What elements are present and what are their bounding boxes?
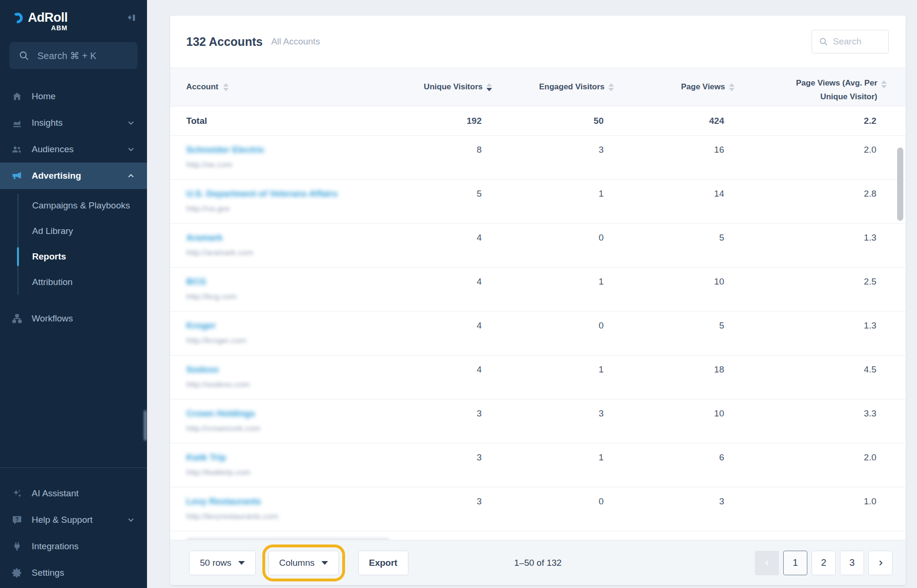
page-buttons: 1 2 3 [783,551,864,575]
table-row: U.S. Department of Veterans Affairs http… [170,180,906,224]
account-link[interactable]: Aramark [186,233,223,243]
table-row: Aramark http://aramark.com 4 0 5 1.3 [170,224,906,268]
account-cell: BCG http://bcg.com [170,277,393,302]
account-url: http://se.com [186,160,393,170]
sort-icon [729,83,735,91]
column-header-page-views[interactable]: Page Views [633,82,753,92]
table-scrollbar-thumb[interactable] [897,147,903,221]
sidebar-scroll-handle[interactable] [144,410,147,441]
page-views-value: 14 [633,189,753,199]
engaged-visitors-value: 1 [511,452,633,463]
next-page-button[interactable] [868,551,892,575]
unique-visitors-value: 4 [393,233,511,243]
table-row: Kwik Trip http://kwiktrip.com 3 1 6 2.0 [170,443,906,487]
pagination: 1 2 3 [755,551,892,575]
column-header-account[interactable]: Account [170,82,393,92]
logo-row: AdRoll ABM [0,0,147,32]
adroll-logo: AdRoll ABM [10,10,68,32]
account-link[interactable]: Sodexo [186,364,219,375]
advertising-submenu: Campaigns & Playbooks Ad Library Reports… [0,189,147,300]
account-url: http://kwiktrip.com [186,468,393,477]
workflows-icon [11,313,23,324]
column-header-engaged-visitors[interactable]: Engaged Visitors [511,82,633,92]
previous-page-button[interactable] [755,551,779,575]
submenu-item-label: Reports [32,251,66,262]
page-number-button[interactable]: 3 [840,551,864,575]
page-number-button[interactable]: 2 [812,551,836,575]
gear-icon [11,567,23,579]
account-link[interactable]: Kwik Trip [186,452,226,463]
table-row: Kroger http://kroger.com 4 0 5 1.3 [170,311,906,355]
sidebar-item-help-support[interactable]: ? Help & Support [0,507,147,533]
help-bubble-icon: ? [11,514,23,526]
home-icon [11,91,23,102]
brand-sub-label: ABM [51,24,68,32]
sort-icon [881,80,887,88]
rows-per-page-button[interactable]: 50 rows [189,551,256,575]
avg-page-views-value: 3.3 [753,408,906,419]
avg-page-views-value: 1.0 [753,496,906,507]
table-search-input[interactable] [833,36,880,47]
caret-down-icon [238,561,245,565]
submenu-item-ad-library[interactable]: Ad Library [0,218,147,244]
sidebar-nav: Home Insights Audiences Advertising [0,83,147,332]
column-header-unique-visitors[interactable]: Unique Visitors [393,82,511,92]
sidebar: AdRoll ABM Search ⌘ + K Home Insights [0,0,147,588]
table-search-box[interactable] [812,30,889,53]
caret-down-icon [321,561,328,565]
svg-text:?: ? [15,516,18,523]
sidebar-item-integrations[interactable]: Integrations [0,533,147,560]
sidebar-item-label: AI Assistant [32,488,78,499]
table-row: BCG http://bcg.com 4 1 10 2.5 [170,268,906,311]
unique-visitors-value: 5 [393,189,511,199]
sidebar-search-input[interactable]: Search ⌘ + K [9,42,138,69]
account-link[interactable]: U.S. Department of Veterans Affairs [186,189,337,199]
avg-page-views-value: 1.3 [753,233,906,243]
table-body: Total 192 50 424 2.2 Schneider Electric … [170,106,906,540]
collapse-sidebar-icon[interactable] [125,12,137,24]
search-icon [819,37,828,46]
advertising-megaphone-icon [11,170,23,182]
submenu-item-label: Campaigns & Playbooks [32,200,130,211]
unique-visitors-value: 4 [393,277,511,287]
sidebar-item-settings[interactable]: Settings [0,560,147,586]
sort-icon [223,83,229,91]
total-unique-visitors: 192 [393,116,511,126]
engaged-visitors-value: 3 [511,408,633,419]
account-cell: Sodexo http://sodexo.com [170,364,393,389]
pagination-range-text: 1–50 of 132 [514,558,562,568]
sidebar-item-insights[interactable]: Insights [0,110,147,136]
page-views-value: 3 [633,496,753,507]
table-row: Crown Holdings http://crowncork.com 3 3 … [170,399,906,443]
account-link[interactable]: BCG [186,277,206,287]
engaged-visitors-value: 1 [511,189,633,199]
page-views-value: 18 [633,364,753,375]
account-link[interactable]: Schneider Electric [186,145,265,155]
engaged-visitors-value: 0 [511,233,633,243]
audiences-people-icon [11,144,23,155]
unique-visitors-value: 4 [393,364,511,375]
page-number-button[interactable]: 1 [783,551,807,575]
column-header-avg-page-views[interactable]: Page Views (Avg. Per Unique Visitor) [753,70,906,104]
sidebar-item-audiences[interactable]: Audiences [0,136,147,163]
avg-page-views-value: 2.0 [753,145,906,155]
export-button[interactable]: Export [358,551,408,575]
sidebar-item-ai-assistant[interactable]: AI Assistant [0,480,147,507]
account-link[interactable]: Levy Restaurants [186,496,261,507]
chevron-up-icon [126,171,136,181]
submenu-item-attribution[interactable]: Attribution [0,269,147,295]
page-views-value: 5 [633,233,753,243]
account-link[interactable]: Crown Holdings [186,408,255,419]
sidebar-item-workflows[interactable]: Workflows [0,305,147,332]
sidebar-item-advertising[interactable]: Advertising [0,163,147,189]
submenu-item-campaigns-playbooks[interactable]: Campaigns & Playbooks [0,193,147,218]
avg-page-views-value: 2.5 [753,277,906,287]
account-cell: Crown Holdings http://crowncork.com [170,408,393,433]
account-link[interactable]: Kroger [186,320,216,331]
columns-button[interactable]: Columns [268,551,339,575]
chevron-down-icon [126,515,136,525]
submenu-item-reports[interactable]: Reports [0,244,147,269]
total-label: Total [170,116,393,126]
insights-chart-icon [11,117,23,129]
sidebar-item-home[interactable]: Home [0,83,147,110]
